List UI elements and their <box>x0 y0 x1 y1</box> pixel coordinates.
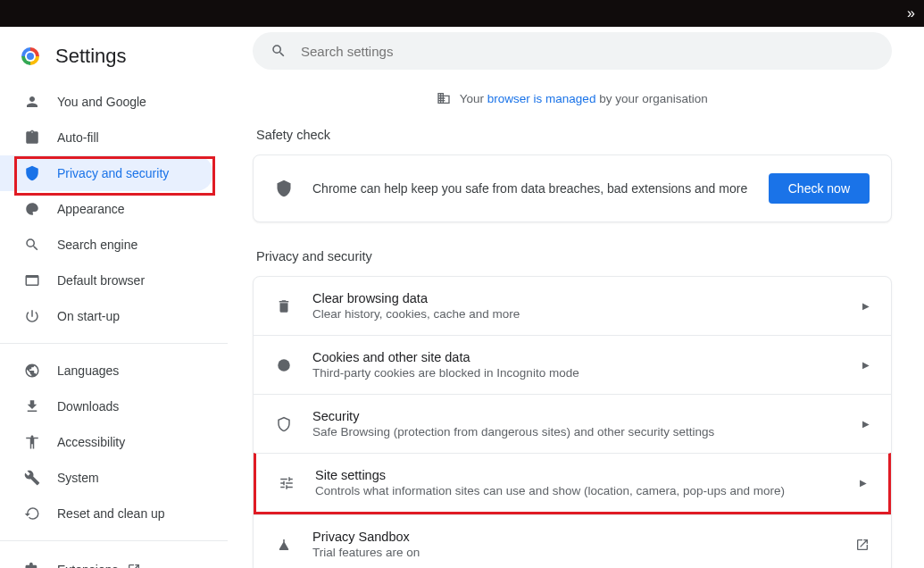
sidebar-item-search-engine[interactable]: Search engine <box>0 227 213 263</box>
row-title: Site settings <box>315 468 860 482</box>
download-icon <box>23 397 41 415</box>
window-topbar: » <box>0 0 924 27</box>
shield-outline-icon <box>275 416 293 432</box>
sidebar: Settings You and Google Auto-fill Privac… <box>0 27 228 568</box>
main-content: Your browser is managed by your organisa… <box>228 27 924 568</box>
check-now-button[interactable]: Check now <box>769 173 870 204</box>
managed-link[interactable]: browser is managed <box>487 92 596 105</box>
trash-icon <box>275 298 293 314</box>
sidebar-item-label: Default browser <box>57 273 145 288</box>
sidebar-item-label: Auto-fill <box>57 130 99 145</box>
chevron-right-icon: ▶ <box>862 301 870 311</box>
row-cookies[interactable]: Cookies and other site data Third-party … <box>254 335 891 394</box>
sidebar-item-label: Search engine <box>57 238 137 252</box>
row-subtitle: Trial features are on <box>312 546 855 559</box>
row-title: Security <box>312 409 862 423</box>
sidebar-item-reset-and-clean-up[interactable]: Reset and clean up <box>0 496 213 531</box>
shield-icon <box>23 164 41 182</box>
sidebar-item-accessibility[interactable]: Accessibility <box>0 424 213 460</box>
row-subtitle: Third-party cookies are blocked in Incog… <box>312 366 862 380</box>
search-icon <box>271 43 287 59</box>
open-in-new-icon <box>855 538 870 552</box>
open-in-new-icon <box>127 563 141 568</box>
row-site-settings[interactable]: Site settings Controls what information … <box>254 453 891 514</box>
chrome-logo-icon <box>21 47 39 65</box>
sidebar-item-label: Privacy and security <box>57 166 169 180</box>
chevron-right-icon: ▶ <box>862 360 870 370</box>
privacy-card: Clear browsing data Clear history, cooki… <box>253 276 892 568</box>
restore-icon <box>23 505 41 522</box>
wrench-icon <box>23 469 41 487</box>
sidebar-item-languages[interactable]: Languages <box>0 353 213 388</box>
power-icon <box>23 307 41 325</box>
sidebar-item-downloads[interactable]: Downloads <box>0 388 213 424</box>
managed-suffix: by your organisation <box>595 92 707 105</box>
row-subtitle: Clear history, cookies, cache and more <box>312 307 862 321</box>
row-privacy-sandbox[interactable]: Privacy Sandbox Trial features are on <box>254 514 891 568</box>
chevron-right-icon: ▶ <box>860 478 867 488</box>
person-icon <box>23 93 41 111</box>
sidebar-item-label: Accessibility <box>57 435 125 449</box>
sidebar-item-label: Reset and clean up <box>57 506 165 521</box>
sidebar-item-you-and-google[interactable]: You and Google <box>0 84 213 120</box>
sidebar-item-extensions[interactable]: Extensions <box>0 550 228 568</box>
accessibility-icon <box>23 433 41 451</box>
globe-icon <box>23 362 41 380</box>
sidebar-divider <box>0 540 228 541</box>
shield-filled-icon <box>275 180 293 197</box>
palette-icon <box>23 200 41 218</box>
sidebar-item-label: Appearance <box>57 202 125 216</box>
clipboard-icon <box>23 129 41 146</box>
row-security[interactable]: Security Safe Browsing (protection from … <box>254 394 891 453</box>
row-title: Cookies and other site data <box>312 350 862 364</box>
browser-icon <box>23 271 41 289</box>
row-subtitle: Controls what information sites can use … <box>315 484 860 497</box>
sidebar-item-label: Extensions <box>57 563 118 568</box>
safety-check-text: Chrome can help keep you safe from data … <box>312 181 769 196</box>
sidebar-item-label: On start-up <box>57 309 120 323</box>
row-title: Privacy Sandbox <box>312 530 855 544</box>
section-title-safety-check: Safety check <box>256 128 892 142</box>
managed-prefix: Your <box>460 92 487 105</box>
sidebar-item-label: You and Google <box>57 95 146 109</box>
search-input[interactable] <box>301 44 874 59</box>
sidebar-item-appearance[interactable]: Appearance <box>0 191 213 227</box>
flask-icon <box>275 537 293 553</box>
sidebar-item-on-start-up[interactable]: On start-up <box>0 298 213 334</box>
search-icon <box>23 236 41 254</box>
sidebar-item-label: Downloads <box>57 399 119 413</box>
managed-notice: Your browser is managed by your organisa… <box>253 91 892 108</box>
tune-icon <box>278 475 296 491</box>
page-title: Settings <box>55 45 127 68</box>
chevron-right-icon: ▶ <box>862 419 870 429</box>
row-title: Clear browsing data <box>312 291 862 305</box>
row-clear-browsing-data[interactable]: Clear browsing data Clear history, cooki… <box>254 277 891 335</box>
svg-point-0 <box>278 359 290 372</box>
overflow-icon[interactable]: » <box>907 5 915 21</box>
settings-header: Settings <box>0 39 228 84</box>
search-settings-bar[interactable] <box>253 32 892 70</box>
sidebar-item-privacy-and-security[interactable]: Privacy and security <box>0 155 213 191</box>
sidebar-item-system[interactable]: System <box>0 460 213 496</box>
extension-icon <box>23 561 41 568</box>
domain-icon <box>437 95 451 108</box>
safety-check-card: Chrome can help keep you safe from data … <box>253 155 892 222</box>
sidebar-item-label: Languages <box>57 363 119 378</box>
cookie-icon <box>275 357 293 373</box>
section-title-privacy-and-security: Privacy and security <box>256 249 892 263</box>
sidebar-item-auto-fill[interactable]: Auto-fill <box>0 120 213 155</box>
sidebar-item-label: System <box>57 471 99 485</box>
sidebar-item-default-browser[interactable]: Default browser <box>0 263 213 298</box>
row-subtitle: Safe Browsing (protection from dangerous… <box>312 425 862 439</box>
sidebar-divider <box>0 343 228 344</box>
